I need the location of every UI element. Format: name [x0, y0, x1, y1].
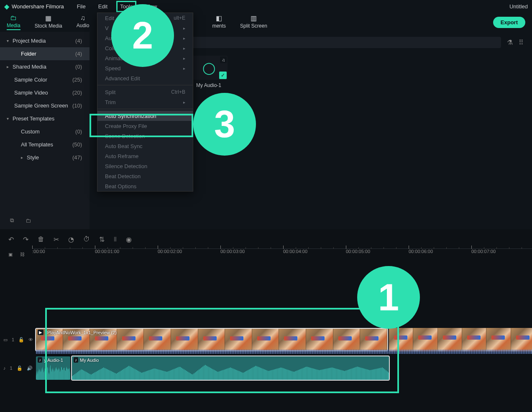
link-icon[interactable]: ⛓: [20, 252, 25, 257]
module-stock-media[interactable]: ▦ Stock Media: [35, 14, 62, 30]
module-split-screen[interactable]: ▥ Split Screen: [240, 14, 267, 30]
sidebar-item-preset-templates[interactable]: ▾Preset Templates: [0, 112, 90, 125]
annotation-badge-3: 3: [193, 93, 256, 156]
new-folder-icon[interactable]: ⧉: [10, 217, 14, 224]
annotation-box-3: [90, 114, 193, 137]
lock-icon[interactable]: 🔓: [18, 337, 24, 343]
split-screen-icon: ▥: [251, 14, 257, 22]
audio-track-icon: ♪: [3, 366, 6, 371]
sidebar-item-sample-video[interactable]: Sample Video(20): [0, 86, 90, 99]
adjust-icon[interactable]: ⇅: [99, 235, 105, 243]
delete-icon[interactable]: 🗑: [38, 235, 44, 243]
sidebar-item-project-media[interactable]: ▾Project Media(4): [0, 34, 90, 47]
sidebar-item-all-templates[interactable]: All Templates(50): [0, 138, 90, 151]
dd-auto-reframe[interactable]: Auto Reframe: [97, 151, 193, 161]
dd-trim[interactable]: Trim▸: [97, 97, 193, 107]
menu-file[interactable]: File: [74, 2, 88, 11]
folder-icon: 🗀: [10, 14, 17, 22]
sidebar-item-custom[interactable]: Custom(0): [0, 125, 90, 138]
audio-icon: ◯: [202, 61, 215, 75]
clip-play-icon: ▶: [38, 330, 43, 335]
dd-split[interactable]: SplitCtrl+B: [97, 87, 193, 97]
export-button[interactable]: Export: [493, 17, 525, 28]
dd-advanced-edit[interactable]: Advanced Edit: [97, 73, 193, 83]
snapshot-icon[interactable]: ▣: [8, 252, 13, 257]
app-name: Wondershare Filmora: [12, 3, 64, 10]
audio-mixer-icon[interactable]: ⫴: [114, 235, 117, 243]
sidebar-item-style[interactable]: ▸Style(47): [0, 151, 90, 164]
dd-auto-beat-sync[interactable]: Auto Beat Sync: [97, 141, 193, 151]
sidebar-footer: ⧉ 🗀: [0, 212, 90, 229]
sidebar-item-shared-media[interactable]: ▸Shared Media(0): [0, 60, 90, 73]
sidebar-item-sample-green-screen[interactable]: Sample Green Screen(10): [0, 99, 90, 112]
title-bar: ◆ Wondershare Filmora File Edit Tools Vi…: [0, 0, 532, 13]
app-logo-icon: ◆: [4, 3, 9, 10]
sidebar-item-sample-color[interactable]: Sample Color(25): [0, 73, 90, 86]
check-icon: ✓: [219, 72, 227, 79]
music-mini-icon: ♫: [220, 56, 227, 63]
module-toolbar: 🗀 Media ▦ Stock Media ♫ Audio ◧ ments ▥ …: [0, 13, 532, 32]
camera-icon: ▦: [45, 14, 51, 22]
cut-icon[interactable]: ✂: [54, 235, 59, 243]
sidebar-item-folder[interactable]: Folder(4): [0, 47, 90, 60]
music-clip-icon: ♪: [38, 357, 42, 363]
module-media[interactable]: 🗀 Media: [7, 14, 20, 30]
speaker-icon[interactable]: 🔊: [27, 366, 33, 371]
ruler[interactable]: :00:0000:00:01:0000:00:02:0000:00:03:000…: [32, 248, 532, 260]
grid-icon[interactable]: ⠿: [519, 38, 524, 46]
redo-icon[interactable]: ↷: [23, 235, 28, 243]
folder-open-icon[interactable]: 🗀: [26, 218, 31, 224]
music-icon: ♫: [80, 14, 85, 22]
annotation-box-1: [45, 308, 399, 393]
undo-icon[interactable]: ↶: [8, 235, 14, 243]
video-clip-tail[interactable]: [389, 328, 532, 351]
eye-icon[interactable]: 👁: [28, 337, 33, 342]
lock-icon[interactable]: 🔓: [17, 366, 23, 371]
filter-icon[interactable]: ⚗: [507, 38, 513, 46]
menu-edit[interactable]: Edit: [96, 2, 110, 11]
crop-icon[interactable]: ◔: [68, 235, 74, 243]
record-icon[interactable]: ◉: [126, 235, 132, 243]
module-elements[interactable]: ◧ ments: [212, 14, 226, 30]
annotation-badge-2: 2: [111, 4, 174, 67]
dd-silence-detection[interactable]: Silence Detection: [97, 161, 193, 171]
elements-icon: ◧: [216, 14, 222, 22]
project-title: Untitled: [509, 3, 528, 10]
module-audio[interactable]: ♫ Audio: [77, 14, 90, 30]
dd-beat-options[interactable]: Beat Options: [97, 181, 193, 191]
annotation-badge-1: 1: [357, 266, 420, 329]
media-thumb-audio-1[interactable]: ◯ ♫ ✓ My Audio-1: [190, 56, 228, 88]
video-track-icon: ▭: [3, 337, 8, 343]
sidebar: ▾Project Media(4) Folder(4) ▸Shared Medi…: [0, 32, 90, 229]
speed-icon[interactable]: ⏱: [83, 235, 90, 243]
dd-beat-detection[interactable]: Beat Detection: [97, 171, 193, 181]
